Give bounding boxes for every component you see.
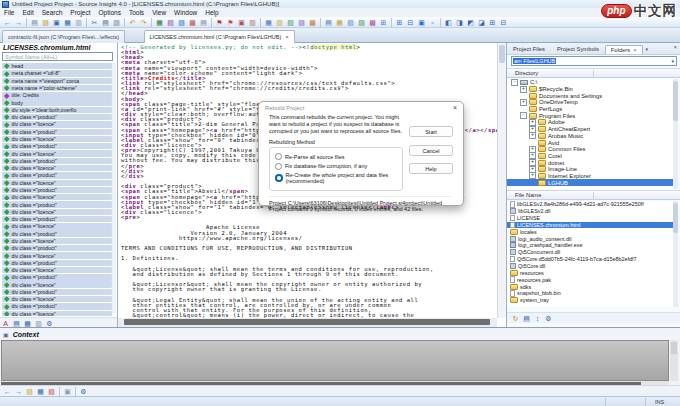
file-row[interactable]: LICENSES.chromium.html [507,222,673,229]
symbol-search-input[interactable]: Symbol Name (Alt+L) [2,52,113,61]
filelist-scroll-thumb[interactable] [673,203,678,233]
redo-icon[interactable]: ↷ [139,18,148,27]
editor-vertical-scrollbar[interactable] [497,43,506,318]
symbol-item[interactable]: div class ="product" [2,303,112,309]
context-forward-icon[interactable]: → [14,387,23,396]
indent-clear-icon[interactable]: ▫ [428,18,437,27]
cut-icon[interactable]: ✂ [90,18,99,27]
symbol-item[interactable]: div class ="product" [2,172,112,178]
symbol-item[interactable]: div class ="licence" [2,296,112,302]
paste-icon[interactable]: ▨ [112,18,121,27]
menu-edit[interactable]: Edit [18,9,37,16]
layout-bottom-icon[interactable]: ◪ [477,18,486,27]
context-ref-icon[interactable]: ▧ [47,387,56,396]
undo-icon[interactable]: ↶ [128,18,137,27]
menu-view[interactable]: View [148,9,170,16]
symbol-item[interactable]: div class ="licence" [2,252,112,258]
project-window-icon[interactable]: ▤ [199,18,208,27]
symbol-list-scrollbar[interactable] [112,63,116,313]
symbol-item[interactable]: div class ="product" [2,143,112,149]
menu-window[interactable]: Window [170,9,201,16]
menu-options[interactable]: Options [95,9,125,16]
symbol-item[interactable]: meta name ="viewport" conta [2,78,112,84]
file-row[interactable]: system_tray [507,297,673,304]
lookup-references-icon[interactable]: ▦ [155,18,164,27]
editor-horizontal-scrollbar[interactable] [118,318,497,327]
panel-tab-dropdown-icon[interactable]: ▾ [646,46,649,54]
document-tab-0[interactable]: contractic-fil.json (C:\Program Files\..… [2,30,125,43]
print-icon[interactable]: ▥ [74,18,83,27]
context-list-icon[interactable]: ▦ [36,387,45,396]
column-divider[interactable] [593,192,594,200]
tree-item--recycle-bin[interactable]: +$Recycle.Bin [507,86,673,93]
symbol-item[interactable]: div class ="product" [2,114,112,120]
file-row[interactable]: logi_audio_consent.dll [507,235,673,242]
symbol-item[interactable]: title: Credits [2,92,112,98]
tree-item-lghub[interactable]: LGHUB [507,179,673,186]
highlight-icon[interactable]: ▥ [248,18,257,27]
file-row[interactable]: resources.pak [507,276,673,283]
tree-expander-icon[interactable]: - [511,79,518,86]
tree-scroll-thumb[interactable] [673,81,678,121]
symbol-window-icon[interactable]: ▧ [166,18,175,27]
symbol-item[interactable]: div class ="product" [2,158,112,164]
dialog-close-icon[interactable]: × [453,104,457,111]
tab-close-icon[interactable]: × [285,34,289,40]
menu-search[interactable]: Search [38,9,67,16]
project-settings-icon[interactable]: ▩ [308,18,317,27]
directory-column-header[interactable]: Directory [507,68,680,78]
menu-tools[interactable]: Tools [125,9,148,16]
file-row[interactable]: sdks [507,283,673,290]
symbol-item[interactable]: div class ="product" [2,187,112,193]
file-row[interactable]: locales [507,228,673,235]
project-sync-icon[interactable]: ▧ [286,18,295,27]
layout-right-icon[interactable]: ◨ [455,18,464,27]
tree-scrollbar[interactable] [673,79,678,189]
project-add-file-icon[interactable]: ▥ [275,18,284,27]
save-all-icon[interactable]: ▦ [63,18,72,27]
rebuild-option-1[interactable]: Fix database file corruption, if any [275,163,397,170]
indent-block-icon[interactable]: ▣ [417,18,426,27]
file-row[interactable]: LICENSE [507,215,673,222]
symbol-item[interactable]: div class ="product" [2,245,112,251]
radio-icon[interactable] [275,163,282,170]
context-window-icon[interactable]: ▩ [188,18,197,27]
symbol-item[interactable]: div class ="product" [2,216,112,222]
nav-forward-icon[interactable]: → [14,18,23,27]
symbol-item[interactable]: div class ="licence" [2,180,112,186]
open-file-icon[interactable]: ▨ [41,18,50,27]
symbol-item[interactable]: div style ="clear:both;overflo [2,107,112,113]
menu-help[interactable]: Help [201,9,222,16]
tree-expander-icon[interactable]: - [520,112,527,119]
file-row[interactable]: logi_crashpad_handler.exe [507,242,673,249]
cancel-button[interactable]: Cancel [409,145,453,156]
project-rebuild-icon[interactable]: ▨ [297,18,306,27]
symbol-item[interactable]: div class ="licence" [2,223,112,229]
symbol-item[interactable]: head [2,63,112,69]
file-row[interactable]: resources [507,269,673,276]
symbol-item[interactable]: div class ="licence" [2,281,112,287]
symbol-item[interactable]: meta charset ="utf-8" [2,70,112,76]
filename-column-header[interactable]: File Name [507,190,680,200]
browse-symbols-icon[interactable]: ▦ [335,18,344,27]
browse-files-icon[interactable]: ▤ [324,18,333,27]
nav-back-icon[interactable]: ← [3,18,12,27]
layout-left-icon[interactable]: ◧ [444,18,453,27]
refresh-icon[interactable]: ↻ [511,314,520,323]
file-row[interactable]: libGLESv2.dll [507,208,673,215]
radio-icon[interactable] [275,153,282,160]
radio-selected-icon[interactable] [275,174,283,182]
project-open-icon[interactable]: ▦ [264,18,273,27]
symbol-item[interactable]: div class ="product" [2,201,112,207]
panel-tab-folders[interactable]: Folders× [605,45,643,54]
filelist-scrollbar[interactable] [673,201,678,307]
path-combobox[interactable]: am Files\LGHUB ▾ [511,56,677,66]
tree-item-onedrivetemp[interactable]: +OneDriveTemp [507,99,673,106]
combobox-dropdown-icon[interactable]: ▾ [671,58,674,64]
symbol-item[interactable]: div class ="licence" [2,150,112,156]
dialog-title-bar[interactable]: Rebuild Project × [259,102,463,113]
symbol-item[interactable]: div class ="licence" [2,194,112,200]
editor-vscroll-thumb[interactable] [499,45,505,63]
context-vertical-scrollbar[interactable] [670,340,678,381]
context-back-icon[interactable]: ← [3,387,12,396]
